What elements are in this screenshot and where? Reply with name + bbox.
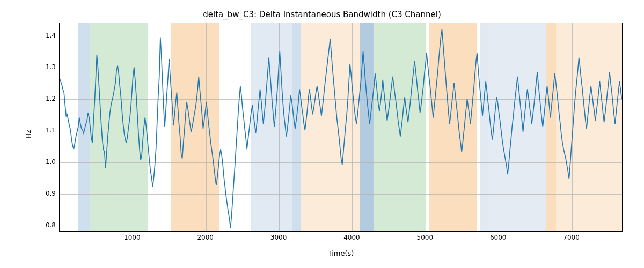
x-tick-label: 5000 [417,234,434,241]
line-plot [60,23,622,231]
y-tick-label: 1.4 [24,32,56,39]
y-tick-label: 0.9 [24,190,56,197]
x-tick-label: 2000 [197,234,214,241]
plot-area [59,23,623,232]
y-tick-label: 1.2 [24,95,56,102]
x-tick-label: 7000 [563,234,580,241]
series-line [60,29,621,228]
x-tick-label: 6000 [490,234,507,241]
x-axis-label: Time(s) [59,249,623,257]
y-tick-label: 0.8 [24,221,56,229]
y-tick-label: 1.1 [24,126,56,134]
chart-container: delta_bw_C3: Delta Instantaneous Bandwid… [0,0,644,268]
x-tick-label: 3000 [270,234,287,241]
y-tick-label: 1.3 [24,63,56,71]
y-tick-label: 1.0 [24,158,56,166]
x-tick-label: 1000 [124,234,141,241]
x-tick-label: 4000 [343,234,360,241]
chart-title: delta_bw_C3: Delta Instantaneous Bandwid… [0,10,644,19]
